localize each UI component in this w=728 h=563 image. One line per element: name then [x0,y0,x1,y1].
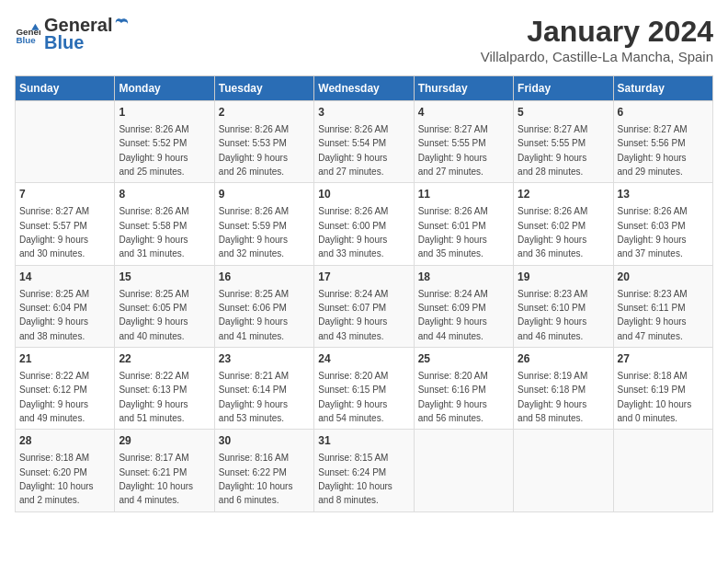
logo-bird-icon [112,17,131,35]
day-number: 20 [618,270,709,285]
day-number: 2 [219,105,310,121]
calendar-cell: 2Sunrise: 8:26 AM Sunset: 5:53 PM Daylig… [214,101,313,183]
day-number: 4 [418,105,509,121]
general-blue-icon: General Blue [15,21,40,47]
day-info: Sunrise: 8:26 AM Sunset: 5:59 PM Dayligh… [219,206,289,259]
day-number: 17 [318,270,409,285]
day-number: 11 [418,187,509,202]
day-info: Sunrise: 8:19 AM Sunset: 6:18 PM Dayligh… [518,371,587,423]
day-info: Sunrise: 8:26 AM Sunset: 5:52 PM Dayligh… [119,124,188,177]
day-number: 29 [119,433,210,449]
day-number: 18 [418,270,509,285]
day-info: Sunrise: 8:22 AM Sunset: 6:12 PM Dayligh… [19,371,89,423]
day-info: Sunrise: 8:23 AM Sunset: 6:10 PM Dayligh… [518,289,587,341]
calendar-subtitle: Villalpardo, Castille-La Mancha, Spain [481,49,713,64]
calendar-cell: 19Sunrise: 8:23 AM Sunset: 6:10 PM Dayli… [514,265,613,347]
calendar-cell: 16Sunrise: 8:25 AM Sunset: 6:06 PM Dayli… [214,265,313,347]
day-info: Sunrise: 8:18 AM Sunset: 6:20 PM Dayligh… [19,453,94,505]
calendar-cell: 13Sunrise: 8:26 AM Sunset: 6:03 PM Dayli… [613,183,712,265]
col-header-saturday: Saturday [613,76,712,101]
calendar-cell: 29Sunrise: 8:17 AM Sunset: 6:21 PM Dayli… [115,430,214,511]
day-info: Sunrise: 8:26 AM Sunset: 5:58 PM Dayligh… [119,206,188,259]
day-info: Sunrise: 8:23 AM Sunset: 6:11 PM Dayligh… [618,289,688,341]
calendar-cell: 3Sunrise: 8:26 AM Sunset: 5:54 PM Daylig… [314,101,414,183]
day-number: 10 [318,187,409,202]
calendar-cell: 27Sunrise: 8:18 AM Sunset: 6:19 PM Dayli… [613,348,712,430]
day-number: 23 [219,351,310,367]
day-number: 24 [318,351,409,367]
calendar-cell [16,101,115,183]
day-number: 9 [219,187,310,202]
day-number: 1 [119,105,210,121]
calendar-cell [514,430,613,511]
day-number: 14 [19,270,110,285]
calendar-cell: 14Sunrise: 8:25 AM Sunset: 6:04 PM Dayli… [16,265,115,347]
calendar-cell: 10Sunrise: 8:26 AM Sunset: 6:00 PM Dayli… [314,183,414,265]
day-info: Sunrise: 8:16 AM Sunset: 6:22 PM Dayligh… [219,453,293,505]
day-info: Sunrise: 8:25 AM Sunset: 6:04 PM Dayligh… [19,289,89,341]
day-info: Sunrise: 8:26 AM Sunset: 5:54 PM Dayligh… [318,124,388,177]
day-info: Sunrise: 8:18 AM Sunset: 6:19 PM Dayligh… [618,371,692,423]
calendar-cell: 5Sunrise: 8:27 AM Sunset: 5:55 PM Daylig… [514,101,613,183]
calendar-cell: 20Sunrise: 8:23 AM Sunset: 6:11 PM Dayli… [613,265,712,347]
logo: General Blue General Blue [15,15,131,53]
col-header-sunday: Sunday [16,76,115,101]
calendar-cell: 8Sunrise: 8:26 AM Sunset: 5:58 PM Daylig… [115,183,214,265]
day-number: 22 [119,351,210,367]
day-info: Sunrise: 8:25 AM Sunset: 6:05 PM Dayligh… [119,289,188,341]
day-info: Sunrise: 8:22 AM Sunset: 6:13 PM Dayligh… [119,371,188,423]
day-info: Sunrise: 8:26 AM Sunset: 6:02 PM Dayligh… [518,206,587,259]
calendar-cell [414,430,513,511]
calendar-cell: 18Sunrise: 8:24 AM Sunset: 6:09 PM Dayli… [414,265,513,347]
calendar-cell: 21Sunrise: 8:22 AM Sunset: 6:12 PM Dayli… [16,348,115,430]
calendar-cell: 22Sunrise: 8:22 AM Sunset: 6:13 PM Dayli… [115,348,214,430]
day-info: Sunrise: 8:20 AM Sunset: 6:16 PM Dayligh… [418,371,488,423]
calendar-cell: 9Sunrise: 8:26 AM Sunset: 5:59 PM Daylig… [214,183,313,265]
day-info: Sunrise: 8:15 AM Sunset: 6:24 PM Dayligh… [318,453,392,505]
calendar-cell: 30Sunrise: 8:16 AM Sunset: 6:22 PM Dayli… [214,430,313,511]
svg-text:Blue: Blue [16,35,36,45]
col-header-monday: Monday [115,76,214,101]
day-info: Sunrise: 8:26 AM Sunset: 5:53 PM Dayligh… [219,124,289,177]
calendar-cell: 26Sunrise: 8:19 AM Sunset: 6:18 PM Dayli… [514,348,613,430]
calendar-cell: 11Sunrise: 8:26 AM Sunset: 6:01 PM Dayli… [414,183,513,265]
calendar-title: January 2024 [481,15,713,49]
week-row-1: 1Sunrise: 8:26 AM Sunset: 5:52 PM Daylig… [16,101,713,183]
calendar-cell: 15Sunrise: 8:25 AM Sunset: 6:05 PM Dayli… [115,265,214,347]
day-info: Sunrise: 8:24 AM Sunset: 6:09 PM Dayligh… [418,289,488,341]
day-number: 6 [618,105,709,121]
day-number: 25 [418,351,509,367]
calendar-table: SundayMondayTuesdayWednesdayThursdayFrid… [15,75,713,512]
col-header-wednesday: Wednesday [314,76,414,101]
day-info: Sunrise: 8:27 AM Sunset: 5:55 PM Dayligh… [418,124,488,177]
day-number: 7 [19,187,110,202]
day-number: 8 [119,187,210,202]
calendar-cell: 28Sunrise: 8:18 AM Sunset: 6:20 PM Dayli… [16,430,115,511]
day-number: 3 [318,105,409,121]
day-number: 27 [618,351,709,367]
day-number: 19 [518,270,609,285]
day-number: 30 [219,433,310,449]
title-block: January 2024 Villalpardo, Castille-La Ma… [481,15,713,64]
calendar-cell: 24Sunrise: 8:20 AM Sunset: 6:15 PM Dayli… [314,348,414,430]
day-number: 28 [19,433,110,449]
col-header-friday: Friday [514,76,613,101]
day-info: Sunrise: 8:26 AM Sunset: 6:03 PM Dayligh… [618,206,688,259]
page-header: General Blue General Blue January 2024 V… [15,15,713,64]
calendar-cell: 12Sunrise: 8:26 AM Sunset: 6:02 PM Dayli… [514,183,613,265]
day-number: 21 [19,351,110,367]
day-info: Sunrise: 8:20 AM Sunset: 6:15 PM Dayligh… [318,371,388,423]
day-number: 26 [518,351,609,367]
day-number: 16 [219,270,310,285]
col-header-tuesday: Tuesday [214,76,313,101]
calendar-cell: 4Sunrise: 8:27 AM Sunset: 5:55 PM Daylig… [414,101,513,183]
week-row-2: 7Sunrise: 8:27 AM Sunset: 5:57 PM Daylig… [16,183,713,265]
calendar-cell: 6Sunrise: 8:27 AM Sunset: 5:56 PM Daylig… [613,101,712,183]
day-number: 31 [318,433,409,449]
calendar-cell: 31Sunrise: 8:15 AM Sunset: 6:24 PM Dayli… [314,430,414,511]
day-info: Sunrise: 8:24 AM Sunset: 6:07 PM Dayligh… [318,289,388,341]
day-info: Sunrise: 8:17 AM Sunset: 6:21 PM Dayligh… [119,453,193,505]
calendar-cell: 7Sunrise: 8:27 AM Sunset: 5:57 PM Daylig… [16,183,115,265]
col-header-thursday: Thursday [414,76,513,101]
day-number: 13 [618,187,709,202]
